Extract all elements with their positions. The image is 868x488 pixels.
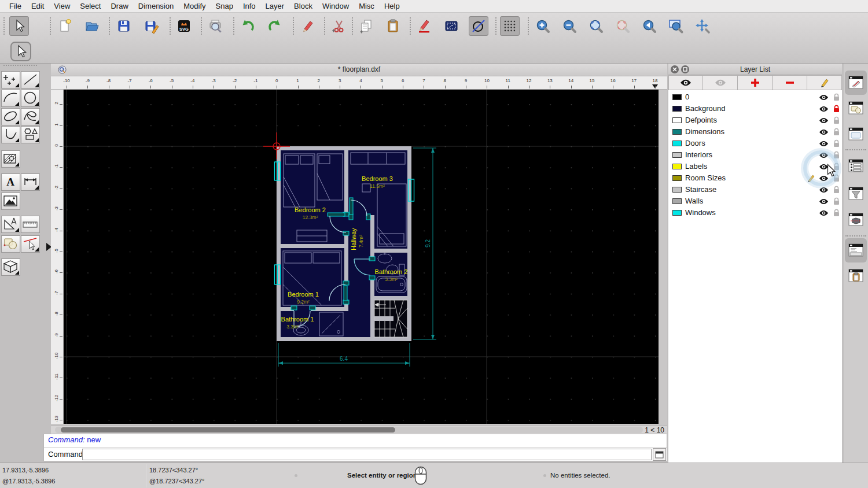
layer-visibility-toggle[interactable]: [819, 209, 829, 219]
menu-view[interactable]: View: [53, 2, 71, 10]
delete-selected-tool[interactable]: [21, 235, 40, 253]
menu-help[interactable]: Help: [383, 2, 401, 10]
layer-row-0[interactable]: 0: [668, 91, 842, 103]
command-window-toggle-button[interactable]: [653, 448, 666, 461]
layer-lock-toggle[interactable]: [833, 197, 840, 208]
eye-icon[interactable]: [819, 209, 829, 217]
layer-visibility-toggle[interactable]: [819, 197, 829, 208]
save-as-button[interactable]: [142, 16, 161, 36]
dimension-tool[interactable]: [21, 173, 40, 191]
eye-icon[interactable]: [819, 105, 829, 113]
layer-row-dimensions[interactable]: Dimensions: [668, 126, 842, 138]
horizontal-scrollbar[interactable]: 1 < 10: [51, 425, 667, 434]
layer-visibility-toggle[interactable]: [819, 128, 829, 138]
copy-button[interactable]: [356, 16, 376, 36]
lock-icon[interactable]: [833, 93, 840, 101]
delete-button[interactable]: [297, 16, 317, 36]
scrollbar-track[interactable]: [55, 427, 643, 433]
layer-lock-toggle[interactable]: [833, 186, 840, 196]
menu-draw[interactable]: Draw: [109, 2, 129, 10]
save-button[interactable]: [114, 16, 134, 36]
zoom-back-button[interactable]: [639, 16, 659, 36]
dock-command-line-button[interactable]: [847, 242, 865, 259]
layer-lock-toggle[interactable]: [833, 139, 840, 150]
layer-lock-toggle[interactable]: [833, 151, 840, 161]
draw-pen-button[interactable]: [414, 16, 434, 36]
edit-layer-button[interactable]: [807, 75, 842, 90]
paste-button[interactable]: [383, 16, 403, 36]
select-window-button[interactable]: [442, 16, 461, 36]
layer-visibility-toggle[interactable]: [819, 139, 829, 150]
text-tool[interactable]: A: [1, 173, 20, 191]
document-title-bar[interactable]: * floorplan.dxf: [51, 64, 667, 76]
layer-row-room-sizes[interactable]: Room Sizes: [668, 172, 842, 184]
ruler-tool[interactable]: [21, 216, 40, 233]
remove-layer-button[interactable]: [773, 75, 807, 90]
show-all-layers-button[interactable]: [668, 75, 703, 90]
layer-lock-toggle[interactable]: [833, 209, 840, 219]
layer-lock-toggle[interactable]: [833, 93, 840, 103]
layer-row-windows[interactable]: Windows: [668, 207, 842, 219]
eye-icon[interactable]: [819, 198, 829, 205]
eye-icon[interactable]: [819, 140, 829, 147]
menu-info[interactable]: Info: [242, 2, 257, 10]
export-svg-button[interactable]: SVG: [174, 16, 194, 36]
lock-icon[interactable]: [833, 128, 840, 136]
zoom-out-button[interactable]: [560, 16, 579, 36]
modify-tool[interactable]: [1, 235, 20, 253]
polyline-tool[interactable]: [1, 126, 20, 143]
eye-icon[interactable]: [819, 117, 829, 124]
layer-row-walls[interactable]: Walls: [668, 195, 842, 207]
zoom-pan-button[interactable]: [693, 16, 712, 36]
menu-layer[interactable]: Layer: [264, 2, 286, 10]
menu-window[interactable]: Window: [321, 2, 350, 10]
cube-3d-tool[interactable]: [1, 258, 20, 276]
eye-icon[interactable]: [819, 94, 829, 101]
points-tool[interactable]: [1, 71, 20, 88]
circle-tool[interactable]: [21, 90, 40, 107]
spline-tool[interactable]: [21, 108, 40, 125]
snap-free-button[interactable]: [469, 16, 488, 36]
command-input[interactable]: [82, 449, 652, 460]
zoom-auto-button[interactable]: [586, 16, 606, 36]
eye-icon[interactable]: [819, 186, 829, 194]
dock-layer-list-button[interactable]: [847, 157, 865, 175]
line-tool[interactable]: [21, 71, 40, 88]
layer-visibility-toggle[interactable]: [819, 93, 829, 103]
add-layer-button[interactable]: [738, 75, 773, 90]
layer-row-background[interactable]: Background: [668, 103, 842, 114]
layer-row-interiors[interactable]: Interiors: [668, 149, 842, 161]
layer-lock-toggle[interactable]: [833, 105, 840, 115]
zoom-previous-button[interactable]: [613, 16, 632, 36]
layer-row-staircase[interactable]: Staircase: [668, 184, 842, 195]
lock-icon[interactable]: [833, 186, 840, 194]
tool-select-button[interactable]: [10, 42, 31, 61]
shapes-tool[interactable]: [21, 126, 40, 143]
scrollbar-thumb[interactable]: [61, 427, 395, 432]
lock-icon[interactable]: [833, 151, 840, 159]
layer-lock-toggle[interactable]: [833, 116, 840, 127]
measure-tool[interactable]: [1, 216, 20, 233]
layer-visibility-toggle[interactable]: [819, 151, 829, 161]
ellipse-tool[interactable]: [1, 108, 20, 125]
menu-modify[interactable]: Modify: [182, 2, 207, 10]
dock-blocks-button[interactable]: [847, 99, 865, 117]
select-pointer-button[interactable]: [9, 16, 29, 36]
drawing-canvas[interactable]: Bedroom 2 12.3m² Bedroom 3 11.5m² Hallwa…: [64, 90, 659, 424]
eye-icon[interactable]: [819, 128, 829, 136]
dock-pen-wizard-button[interactable]: [847, 211, 865, 228]
layer-visibility-toggle[interactable]: [819, 105, 829, 115]
hatch-tool[interactable]: [1, 150, 20, 168]
layer-visibility-toggle[interactable]: [819, 116, 829, 127]
lock-icon[interactable]: [833, 197, 840, 205]
dock-properties-button[interactable]: [847, 74, 865, 91]
menu-snap[interactable]: Snap: [215, 2, 234, 10]
arc-tool[interactable]: [1, 90, 20, 107]
print-preview-button[interactable]: [205, 16, 225, 36]
lock-icon[interactable]: [833, 116, 840, 124]
undo-button[interactable]: [238, 16, 258, 36]
image-tool[interactable]: [1, 193, 20, 210]
menu-block[interactable]: Block: [293, 2, 314, 10]
menu-file[interactable]: File: [8, 2, 23, 10]
lock-icon[interactable]: [833, 209, 840, 217]
